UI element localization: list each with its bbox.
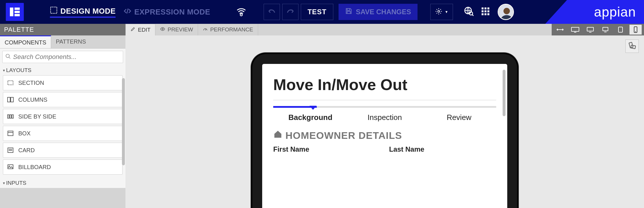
component-label: COLUMNS [18,96,47,103]
edit-tab[interactable]: EDIT [125,24,155,35]
brand-text: appian [594,4,636,20]
component-label: CARD [18,147,35,154]
edit-icon [130,26,136,33]
layouts-group-header[interactable]: LAYOUTS [0,65,125,75]
svg-point-6 [438,10,440,12]
svg-rect-24 [11,97,13,102]
side-by-side-icon [7,113,14,120]
performance-tab-label: PERFORMANCE [210,26,253,33]
section-header: HOMEOWNER DETAILS [273,130,496,141]
milestone-background[interactable]: Background [273,113,348,122]
component-columns[interactable]: COLUMNS [3,92,123,107]
component-billboard[interactable]: BILLBOARD [3,159,123,175]
search-icon [5,53,11,60]
phone-view[interactable] [629,25,642,35]
settings-dropdown[interactable]: ▼ [430,4,453,20]
svg-rect-38 [603,27,608,31]
scrollbar[interactable] [503,70,506,116]
first-name-label: First Name [273,145,380,153]
design-mode-label: DESIGN MODE [60,7,116,16]
rotate-orientation-button[interactable] [625,40,639,53]
app-logo[interactable] [6,3,24,21]
search-components-input[interactable] [2,51,123,63]
svg-rect-26 [10,115,11,118]
svg-rect-25 [8,115,9,118]
canvas-area: EDIT PREVIEW PERFORMANCE [125,24,644,208]
milestone-review[interactable]: Review [422,113,496,122]
expression-mode-icon [124,7,131,17]
design-mode-tab[interactable]: DESIGN MODE [50,6,116,18]
svg-rect-10 [484,8,486,10]
desktop-narrow-view[interactable] [599,25,611,35]
patterns-tab[interactable]: PATTERNS [51,35,91,48]
component-section[interactable]: SECTION [3,75,123,90]
svg-rect-14 [487,10,489,12]
design-mode-icon [50,6,57,16]
gear-icon [435,8,442,16]
svg-rect-39 [618,27,623,32]
svg-rect-15 [481,13,483,15]
svg-rect-0 [10,8,13,16]
milestone-bar: Background Inspection Review [273,106,496,122]
fit-width-view[interactable] [554,25,566,35]
component-label: SIDE BY SIDE [18,113,56,120]
svg-point-21 [6,54,10,58]
palette-panel: PALETTE COMPONENTS PATTERNS LAYOUTS SECT… [0,24,125,208]
device-preview-bar [552,24,644,35]
columns-icon [7,96,14,103]
performance-tab[interactable]: PERFORMANCE [198,24,258,35]
svg-rect-12 [481,10,483,12]
undo-button[interactable] [264,4,280,20]
apps-grid-icon[interactable] [481,7,490,17]
svg-rect-9 [481,8,483,10]
svg-rect-36 [571,27,579,31]
save-changes-button[interactable]: SAVE CHANGES [339,4,418,20]
svg-rect-17 [487,13,489,15]
redo-button[interactable] [282,4,298,20]
svg-point-34 [9,166,10,166]
desktop-view[interactable] [584,25,596,35]
save-button-label: SAVE CHANGES [356,8,411,16]
svg-rect-16 [484,13,486,15]
home-icon [273,130,283,141]
svg-point-41 [635,31,636,32]
svg-point-19 [503,8,510,14]
svg-rect-22 [8,81,13,85]
inputs-group-header[interactable]: INPUTS [0,178,125,188]
svg-rect-1 [15,8,20,10]
edit-tab-label: EDIT [138,27,150,33]
chevron-down-icon: ▼ [445,10,448,14]
device-screen: Move In/Move Out Background Inspection R… [262,64,507,208]
preview-tab[interactable]: PREVIEW [155,24,198,35]
component-label: SECTION [18,80,44,86]
expression-mode-tab[interactable]: EXPRESSION MODE [124,7,210,17]
connection-status-icon [236,7,246,17]
desktop-wide-view[interactable] [569,25,581,35]
svg-rect-2 [15,11,20,13]
device-frame: Move In/Move Out Background Inspection R… [251,53,518,208]
user-avatar[interactable] [498,4,514,20]
svg-rect-23 [8,97,10,102]
preview-tab-label: PREVIEW [168,26,193,33]
component-label: BOX [18,130,30,137]
tablet-view[interactable] [614,25,627,35]
section-header-label: HOMEOWNER DETAILS [285,130,402,141]
divider [273,100,496,100]
form-title: Move In/Move Out [273,76,496,94]
globe-search-icon[interactable] [464,6,474,17]
expression-mode-label: EXPRESSION MODE [134,8,210,17]
svg-rect-4 [51,7,57,13]
svg-rect-37 [587,27,593,31]
box-icon [7,130,14,137]
palette-title: PALETTE [0,24,125,35]
milestone-inspection[interactable]: Inspection [348,113,422,122]
brand-logo: appian [545,0,644,24]
test-button[interactable]: TEST [301,4,333,20]
component-box[interactable]: BOX [3,126,123,141]
components-tab[interactable]: COMPONENTS [0,35,51,48]
component-card[interactable]: CARD [3,143,123,158]
component-side-by-side[interactable]: SIDE BY SIDE [3,109,123,124]
top-toolbar: DESIGN MODE EXPRESSION MODE TEST SAVE CH… [0,0,644,24]
section-icon [7,79,14,87]
svg-rect-28 [8,131,13,136]
